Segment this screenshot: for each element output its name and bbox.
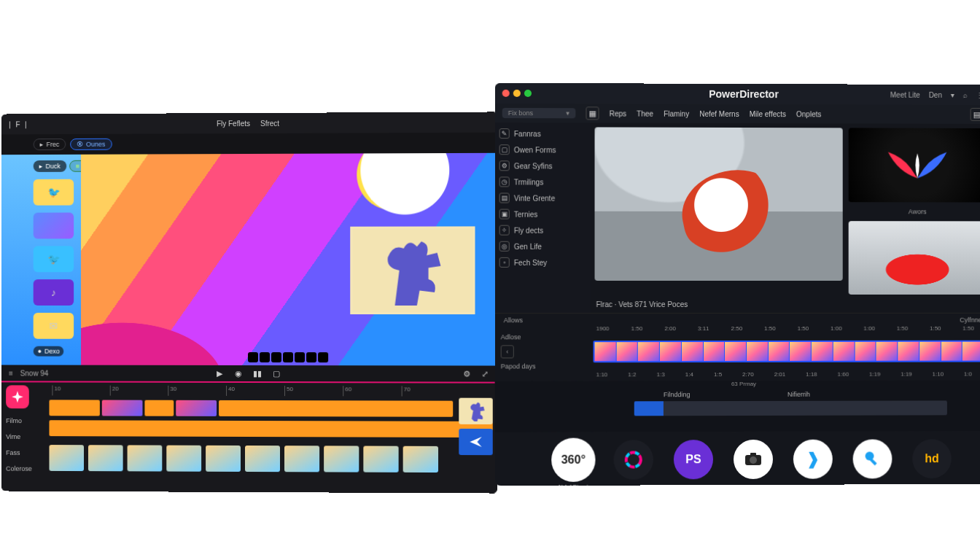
clip[interactable] [219,400,453,417]
side-thumb-4[interactable]: ♪ [34,279,74,306]
mini-ctrl-2[interactable] [260,352,270,362]
tab-c[interactable]: Flaminy [664,109,689,117]
gear-icon: ⚙ [499,160,510,171]
clip[interactable] [49,400,99,416]
left-menu-b[interactable]: Sfrect [260,119,279,127]
topright-a[interactable]: Meet Lite [890,90,920,98]
tab-b[interactable]: Thee [637,109,653,117]
dock-ps[interactable]: PS [674,440,713,479]
maximize-icon[interactable] [524,90,532,97]
tick-row-2: 1:101:21:3 1:41:52:70 2:011:181:60 1:191… [501,369,980,381]
right-timeline[interactable]: 63 Prmay Filndding Nifierrih [495,380,980,432]
gallery-item[interactable] [324,446,359,472]
side-thumb-3[interactable]: 🐦 [34,246,74,272]
clip-thumb[interactable] [102,400,143,416]
clip-thumb[interactable] [176,400,217,416]
tab-e[interactable]: Mile effects [750,110,786,118]
pill-duck[interactable]: ▸ Duck [34,160,66,172]
side-badge[interactable]: ● Dexo [34,346,64,357]
gallery-item[interactable] [284,446,319,472]
timeline-track[interactable]: Filndding Nifierrih [634,400,947,416]
tab-f[interactable]: Onplets [796,110,821,118]
clip-long[interactable] [49,420,492,438]
dock-social[interactable]: ❱ [793,440,833,479]
close-icon[interactable] [502,90,510,97]
settings-icon[interactable]: ⚙ [462,368,472,378]
search-input[interactable]: Fix bons▾ [502,108,576,118]
preview-thumb-1[interactable] [849,128,980,202]
side-item-1[interactable]: ▢Owen Forms [499,144,586,155]
timeline-clip[interactable] [634,401,664,416]
thumb-label: Awors [849,208,980,215]
gallery-item[interactable] [245,446,280,472]
gallery-item[interactable] [166,446,201,472]
export-button[interactable] [459,429,492,455]
menu-icon[interactable]: ⋮ [976,91,980,99]
side-item-4[interactable]: ▤Vinte Grente [499,192,586,203]
panel-icon[interactable]: ▤ [971,108,980,121]
minimize-icon[interactable] [513,90,521,97]
side-item-3[interactable]: ◷Trmilings [499,176,586,187]
tab-d[interactable]: Nefef Merns [699,109,739,117]
timeline-body[interactable]: 102030 405060 70 [45,382,497,493]
gallery-item[interactable] [49,445,84,471]
loop-icon[interactable]: ◉ [233,368,244,378]
mini-ctrl-5[interactable] [295,352,305,362]
audio-track-1[interactable] [49,420,492,438]
dock-color[interactable] [614,440,653,479]
side-thumb-5[interactable]: ✉ [34,313,74,339]
search-icon[interactable]: ⌕ [963,91,968,99]
pip-overlay[interactable] [350,226,475,314]
pill-ounes[interactable]: ⦿ Ounes [70,139,112,150]
dock-hd[interactable]: hd [912,439,952,478]
preview-thumb-2[interactable] [849,221,980,295]
side-item-0[interactable]: ✎Fannras [499,128,586,139]
grid-view-icon[interactable]: ▦ [586,106,599,120]
prev-button[interactable]: ‹ [501,345,514,358]
app-title: PowerDirector [709,88,779,100]
split-icon[interactable]: ▮▮ [252,368,262,378]
gallery-item[interactable] [128,445,163,471]
dock-key[interactable] [853,439,892,478]
play-icon[interactable]: ▶ [214,368,225,378]
timeline-label: 63 Prmay [731,381,756,387]
hamburger-icon[interactable]: ≡ [9,369,13,377]
side-item-2[interactable]: ⚙Gear Syfins [499,160,586,171]
mini-ctrl-4[interactable] [283,352,293,362]
gallery-item[interactable] [363,446,398,472]
topright-b[interactable]: Den [929,90,942,98]
mini-ctrl-6[interactable] [306,352,316,362]
pip-mini[interactable] [459,398,492,424]
mini-ctrl-3[interactable] [271,352,281,362]
gallery-item[interactable] [206,446,241,472]
side-item-8[interactable]: ▫Fech Stey [499,257,586,268]
record-button[interactable] [6,385,29,408]
side-item-5[interactable]: ▣Ternies [499,209,586,219]
tab-a[interactable]: Reps [610,109,626,117]
mini-ctrl-1[interactable] [248,352,258,362]
dock-360[interactable]: 360°Nrfef Direct [553,440,593,480]
left-menu-a[interactable]: Fly Feflets [217,119,250,127]
fullscreen-icon[interactable]: ⤢ [480,368,490,378]
preview-main[interactable] [595,127,843,281]
side-item-7[interactable]: ◎Gen Life [499,241,586,252]
side-item-6[interactable]: ✧Fly dects [499,225,586,236]
time-ruler: 102030 405060 70 [49,385,492,396]
gallery-item[interactable] [88,445,123,471]
stop-icon[interactable]: ▢ [271,368,281,378]
svg-point-3 [750,456,757,464]
dock-camera[interactable] [734,440,773,479]
media-header: Allows [504,316,523,324]
filmstrip[interactable] [594,341,980,363]
side-thumb-1[interactable]: 🐦 [34,179,74,206]
left-titlebar: | F | Fly Feflets Sfrect [1,112,497,134]
mini-ctrl-7[interactable] [318,352,328,362]
chevron-down-icon[interactable]: ▾ [951,90,954,98]
video-track-1[interactable] [49,400,492,417]
side-thumb-2[interactable] [34,213,74,239]
left-preview-canvas[interactable] [81,153,497,366]
gallery-item[interactable] [403,446,438,472]
pill-frec[interactable]: ▸ Frec [34,139,66,150]
box-icon: ▢ [499,144,510,155]
clip[interactable] [144,400,174,416]
